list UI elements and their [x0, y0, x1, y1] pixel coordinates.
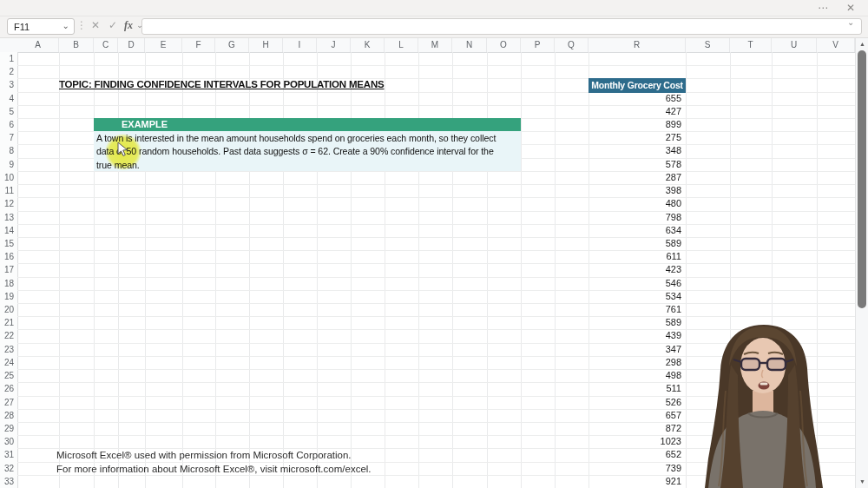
grocery-value-cell[interactable]: 872: [589, 422, 684, 435]
grocery-value-cell[interactable]: 739: [589, 462, 684, 475]
column-header-I[interactable]: I: [283, 38, 317, 52]
chevron-down-icon[interactable]: ⌄: [62, 17, 69, 34]
grocery-value-cell[interactable]: 657: [589, 409, 684, 422]
cancel-icon[interactable]: ✕: [89, 18, 102, 35]
grocery-value-cell[interactable]: 423: [589, 263, 684, 276]
row-header-6[interactable]: 6: [0, 118, 17, 131]
column-header-B[interactable]: B: [59, 38, 94, 52]
grocery-value-cell[interactable]: 526: [589, 396, 684, 409]
column-header-E[interactable]: E: [145, 38, 182, 52]
column-header-P[interactable]: P: [521, 38, 555, 52]
column-header-D[interactable]: D: [118, 38, 145, 52]
row-header-2[interactable]: 2: [0, 65, 17, 78]
grocery-value-cell[interactable]: 348: [589, 144, 684, 157]
row-header-7[interactable]: 7: [0, 131, 17, 144]
grocery-value-cell[interactable]: 287: [589, 171, 684, 184]
column-header-S[interactable]: S: [686, 38, 730, 52]
row-header-11[interactable]: 11: [0, 184, 17, 197]
example-text-block[interactable]: A town is interested in the mean amount …: [94, 131, 521, 171]
column-header-A[interactable]: A: [17, 38, 59, 52]
row-header-31[interactable]: 31: [0, 448, 17, 461]
row-header-19[interactable]: 19: [0, 290, 17, 303]
row-header-15[interactable]: 15: [0, 237, 17, 250]
column-header-F[interactable]: F: [182, 38, 215, 52]
column-header-M[interactable]: M: [418, 38, 452, 52]
column-header-N[interactable]: N: [452, 38, 487, 52]
grocery-value-cell[interactable]: 761: [589, 303, 684, 316]
vertical-scrollbar[interactable]: ▲ ▼: [855, 38, 868, 488]
formula-expand-chevron-icon[interactable]: ⌄: [847, 17, 854, 27]
row-header-20[interactable]: 20: [0, 303, 17, 316]
row-header-17[interactable]: 17: [0, 263, 17, 276]
name-box[interactable]: F11 ⌄: [7, 18, 75, 35]
grocery-value-cell[interactable]: 921: [589, 475, 684, 488]
column-header-G[interactable]: G: [215, 38, 249, 52]
more-options-icon[interactable]: ⋯: [812, 0, 833, 16]
column-header-C[interactable]: C: [94, 38, 118, 52]
grocery-value-cell[interactable]: 798: [589, 211, 684, 224]
row-header-16[interactable]: 16: [0, 250, 17, 263]
grocery-value-cell[interactable]: 578: [589, 158, 684, 171]
grocery-value-cell[interactable]: 480: [589, 197, 684, 210]
row-header-13[interactable]: 13: [0, 211, 17, 224]
row-header-26[interactable]: 26: [0, 382, 17, 395]
scroll-down-icon[interactable]: ▼: [856, 477, 868, 487]
column-header-T[interactable]: T: [730, 38, 772, 52]
row-header-23[interactable]: 23: [0, 343, 17, 356]
row-header-30[interactable]: 30: [0, 435, 17, 448]
row-header-29[interactable]: 29: [0, 422, 17, 435]
row-header-9[interactable]: 9: [0, 158, 17, 171]
column-header-U[interactable]: U: [772, 38, 817, 52]
grocery-value-cell[interactable]: 652: [589, 448, 684, 461]
scrollbar-thumb[interactable]: [858, 50, 866, 308]
column-header-L[interactable]: L: [385, 38, 418, 52]
scroll-up-icon[interactable]: ▲: [856, 39, 868, 49]
row-header-12[interactable]: 12: [0, 197, 17, 210]
column-header-V[interactable]: V: [817, 38, 855, 52]
row-header-24[interactable]: 24: [0, 356, 17, 369]
grocery-value-cell[interactable]: 655: [589, 92, 684, 105]
row-header-25[interactable]: 25: [0, 369, 17, 382]
row-header-8[interactable]: 8: [0, 144, 17, 157]
column-header-O[interactable]: O: [487, 38, 521, 52]
grocery-value-cell[interactable]: 589: [589, 237, 684, 250]
column-header-Q[interactable]: Q: [555, 38, 589, 52]
topic-title-cell[interactable]: TOPIC: FINDING CONFIDENCE INTERVALS FOR …: [59, 79, 385, 89]
row-header-33[interactable]: 33: [0, 475, 17, 488]
grocery-value-cell[interactable]: 589: [589, 316, 684, 329]
enter-icon[interactable]: ✓: [106, 18, 120, 35]
example-header-cell[interactable]: EXAMPLE: [94, 118, 521, 131]
column-header-J[interactable]: J: [317, 38, 351, 52]
grocery-value-cell[interactable]: 1023: [589, 435, 684, 448]
grocery-value-cell[interactable]: 611: [589, 250, 684, 263]
grocery-value-cell[interactable]: 427: [589, 105, 684, 118]
row-header-27[interactable]: 27: [0, 396, 17, 409]
column-header-K[interactable]: K: [351, 38, 385, 52]
grocery-value-cell[interactable]: 534: [589, 290, 684, 303]
grocery-value-cell[interactable]: 298: [589, 356, 684, 369]
row-header-3[interactable]: 3: [0, 78, 17, 91]
close-icon[interactable]: ✕: [840, 0, 861, 16]
grocery-value-cell[interactable]: 634: [589, 224, 684, 237]
grocery-value-cell[interactable]: 275: [589, 131, 684, 144]
row-header-4[interactable]: 4: [0, 92, 17, 105]
formula-input[interactable]: [141, 18, 862, 35]
row-header-32[interactable]: 32: [0, 462, 17, 475]
row-header-22[interactable]: 22: [0, 329, 17, 342]
grocery-value-cell[interactable]: 546: [589, 277, 684, 290]
row-header-5[interactable]: 5: [0, 105, 17, 118]
column-header-H[interactable]: H: [249, 38, 283, 52]
grocery-value-cell[interactable]: 439: [589, 329, 684, 342]
row-header-28[interactable]: 28: [0, 409, 17, 422]
grocery-value-cell[interactable]: 511: [589, 382, 684, 395]
row-header-21[interactable]: 21: [0, 316, 17, 329]
grocery-value-cell[interactable]: 899: [589, 118, 684, 131]
row-header-10[interactable]: 10: [0, 171, 17, 184]
grocery-column-header-cell[interactable]: Monthly Grocery Cost: [589, 78, 686, 92]
column-header-R[interactable]: R: [589, 38, 686, 52]
grocery-value-cell[interactable]: 398: [589, 184, 684, 197]
row-header-18[interactable]: 18: [0, 277, 17, 290]
row-header-1[interactable]: 1: [0, 52, 17, 65]
row-header-14[interactable]: 14: [0, 224, 17, 237]
grocery-value-cell[interactable]: 347: [589, 343, 684, 356]
